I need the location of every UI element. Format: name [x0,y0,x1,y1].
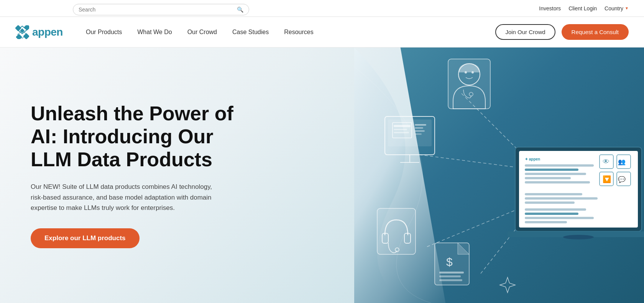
country-label: Country [605,5,623,11]
svg-rect-0 [16,34,22,39]
svg-rect-32 [525,217,594,219]
hero-section: Unleash the Power of AI: Introducing Our… [0,47,644,303]
nav-link-what-we-do[interactable]: What We Do [137,29,172,36]
nav-links: Our Products What We Do Our Crowd Case S… [86,29,495,36]
svg-rect-44 [415,130,425,132]
svg-rect-27 [525,193,582,195]
logo-text: appen [32,26,63,38]
logo[interactable]: appen [15,25,63,39]
search-container: 🔍 [73,4,249,15]
svg-text:👁: 👁 [603,158,610,165]
nav-link-case-studies[interactable]: Case Studies [232,29,269,36]
svg-rect-29 [525,201,575,204]
svg-point-35 [563,235,594,239]
svg-text:🔽: 🔽 [603,175,611,183]
svg-rect-42 [415,124,426,126]
svg-rect-28 [525,197,598,200]
search-input-wrapper[interactable]: 🔍 [73,4,249,15]
svg-rect-14 [525,164,594,167]
search-icon: 🔍 [237,7,243,13]
svg-rect-17 [525,177,571,179]
svg-rect-18 [525,181,590,183]
investors-link[interactable]: Investors [539,5,561,11]
nav-link-our-crowd[interactable]: Our Crowd [187,29,217,36]
top-bar-links: Investors Client Login Country ▼ [539,5,629,11]
main-nav: appen Our Products What We Do Our Crowd … [0,17,644,47]
svg-rect-31 [525,213,578,215]
explore-llm-button[interactable]: Explore our LLM products [31,228,140,248]
nav-link-our-products[interactable]: Our Products [86,29,122,36]
client-login-link[interactable]: Client Login [568,5,597,11]
appen-logo-icon [15,25,29,39]
svg-rect-53 [377,208,416,254]
svg-rect-59 [439,272,464,274]
hero-illustration: ✦ appen 👁 👥 🔽 💬 [354,47,644,303]
svg-text:✦ appen: ✦ appen [525,157,540,161]
nav-actions: Join Our Crowd Request a Consult [495,24,629,40]
request-consult-button[interactable]: Request a Consult [562,24,629,40]
hero-left: Unleash the Power of AI: Introducing Our… [0,47,354,303]
hero-description: Our NEW! Suite of LLM data products comb… [31,182,222,213]
svg-rect-41 [394,132,409,133]
nav-link-resources[interactable]: Resources [284,29,313,36]
join-our-crowd-button[interactable]: Join Our Crowd [495,24,555,40]
svg-text:💬: 💬 [618,176,626,183]
svg-rect-43 [415,127,423,129]
country-selector[interactable]: Country ▼ [605,5,629,11]
top-bar: 🔍 Investors Client Login Country ▼ [0,0,644,17]
svg-rect-40 [394,129,407,130]
svg-text:👥: 👥 [618,158,626,165]
svg-rect-61 [439,279,462,281]
hero-title: Unleash the Power of AI: Introducing Our… [31,102,253,171]
svg-rect-30 [525,208,586,211]
svg-rect-15 [525,169,578,171]
chevron-down-icon: ▼ [625,6,629,10]
svg-text:$: $ [446,256,453,268]
hero-right: ✦ appen 👁 👥 🔽 💬 [354,47,644,303]
svg-rect-16 [525,173,586,175]
svg-rect-33 [525,221,567,223]
svg-rect-45 [415,133,422,135]
svg-rect-39 [394,125,411,127]
search-input[interactable] [79,7,237,13]
svg-rect-60 [439,275,461,277]
